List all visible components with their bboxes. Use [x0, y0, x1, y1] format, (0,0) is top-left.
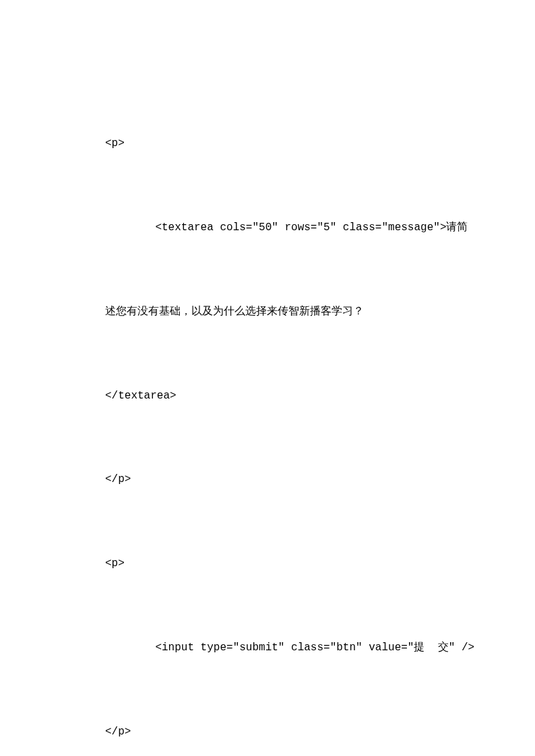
code-line: 述您有没有基础，以及为什么选择来传智新播客学习？	[81, 298, 454, 327]
code-line: <textarea cols="50" rows="5" class="mess…	[81, 214, 454, 242]
code-line: <p>	[81, 130, 454, 158]
code-line: </textarea>	[81, 382, 454, 411]
code-listing: <p> <textarea cols="50" rows="5" class="…	[81, 74, 454, 756]
code-line: <input type="submit" class="btn" value="…	[81, 634, 454, 662]
code-line: <p>	[81, 550, 454, 578]
code-line: </p>	[81, 718, 454, 747]
code-line: </p>	[81, 466, 454, 494]
